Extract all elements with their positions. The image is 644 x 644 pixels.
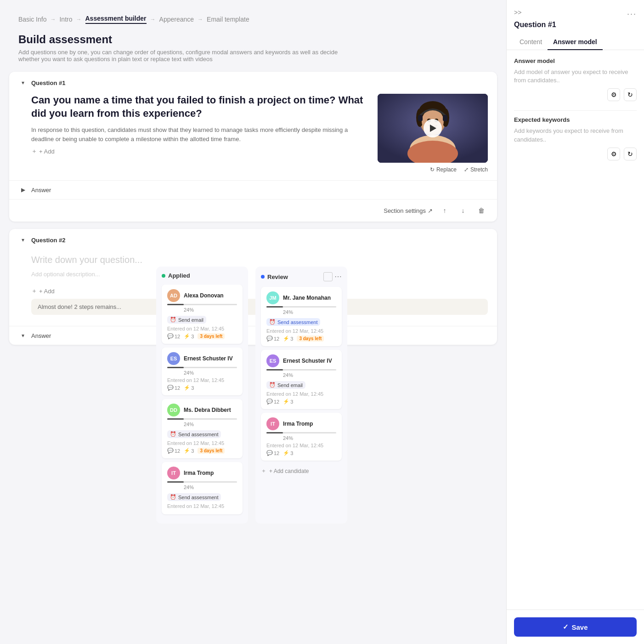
points-alexa: ⚡ 3 (184, 333, 194, 339)
comments-debra: 💬 12 (167, 448, 180, 454)
kanban-card-ernest-review-header: ES Ernest Schuster IV (266, 354, 336, 367)
kanban-card-ernest-review[interactable]: ES Ernest Schuster IV 24% ⏰ Send email E… (261, 350, 342, 409)
date-alexa: Entered on 12 Mar, 12:45 (167, 326, 237, 331)
question-1-title: Can you name a time that you failed to f… (31, 94, 368, 120)
answer-q1-row[interactable]: ▶ Answer (9, 180, 497, 199)
kanban-card-jane[interactable]: JM Mr. Jane Monahan 24% ⏰ Send assessmen… (261, 287, 342, 346)
comments-ernest: 💬 12 (167, 385, 180, 391)
answer-q1-collapse: ▶ (18, 185, 28, 194)
action-debra[interactable]: ⏰ Send assessment (167, 430, 221, 438)
video-actions: ↻ Replace ⤢ Stretch (378, 166, 488, 173)
play-icon (430, 125, 436, 132)
name-ernest-applied: Ernest Schuster IV (184, 355, 233, 362)
delete-section-btn[interactable]: 🗑 (475, 204, 488, 217)
kanban-card-ernest-applied[interactable]: ES Ernest Schuster IV 24% Entered on 12 … (162, 348, 243, 395)
add-candidate-btn[interactable]: ＋ + Add candidate (261, 464, 342, 478)
name-alexa: Alexa Donovan (184, 292, 224, 299)
breadcrumb-basic-info[interactable]: Basic Info (18, 16, 46, 23)
panel-expand-btn[interactable]: >> (514, 9, 521, 16)
action-ernest-review[interactable]: ⏰ Send email (266, 381, 305, 389)
action-irma-applied[interactable]: ⏰ Send assessment (167, 493, 221, 501)
action-jane[interactable]: ⏰ Send assessment (266, 318, 320, 326)
breadcrumb-assessment-builder[interactable]: Assessment builder (85, 15, 147, 24)
progress-irma-review (266, 432, 336, 433)
play-button[interactable] (424, 119, 442, 137)
review-checkbox[interactable] (323, 272, 333, 281)
kanban-card-ernest-header: ES Ernest Schuster IV (167, 352, 237, 365)
move-up-btn[interactable]: ↑ (438, 204, 451, 217)
points-ernest-review: ⚡ 3 (283, 399, 293, 405)
date-debra: Entered on 12 Mar, 12:45 (167, 440, 237, 446)
progress-fill-debra (167, 418, 184, 420)
points-irma-review: ⚡ 3 (283, 450, 293, 456)
breadcrumb-appereance[interactable]: Appereance (159, 16, 194, 23)
name-debra: Ms. Debra Dibbert (184, 407, 231, 413)
comments-alexa: 💬 12 (167, 333, 180, 339)
panel-content: Answer model Add model of answer you exp… (507, 50, 644, 610)
tab-content[interactable]: Content (514, 34, 548, 50)
breadcrumb-arrow-2: → (76, 16, 82, 23)
answer-model-placeholder: Add model of answer you expect to receiv… (514, 68, 637, 85)
kanban-review-header: Review ⋯ (261, 272, 342, 281)
kanban-card-irma-review-header: IT Irma Tromp (266, 417, 336, 430)
review-col-actions: ⋯ (323, 272, 342, 281)
replace-video-btn[interactable]: ↻ Replace (430, 166, 457, 173)
review-dot (261, 275, 265, 279)
answer-model-refresh-btn[interactable]: ↻ (624, 88, 637, 101)
keywords-gear-btn[interactable]: ⚙ (607, 148, 620, 160)
question-2-header[interactable]: ▾ Question #2 (9, 229, 497, 251)
avatar-ernest-review: ES (266, 354, 279, 367)
comments-ernest-review: 💬 12 (266, 399, 279, 405)
percent-ernest-review: 24% (266, 372, 336, 378)
question-2-tag: Question #2 (31, 237, 65, 244)
days-debra: 3 days left (198, 448, 225, 454)
expected-keywords-placeholder: Add keywords you expect to receive from … (514, 127, 637, 143)
date-irma-review: Entered on 12 Mar, 12:45 (266, 443, 336, 448)
answer-model-gear-btn[interactable]: ⚙ (607, 88, 620, 101)
progress-fill-ernest-review (266, 369, 283, 370)
progress-fill-jane (266, 306, 283, 308)
kanban-card-irma-applied[interactable]: IT Irma Tromp 24% ⏰ Send assessment Ente… (162, 462, 243, 514)
tab-answer-model[interactable]: Answer model (548, 34, 603, 50)
move-down-btn[interactable]: ↓ (457, 204, 469, 217)
save-bar: ✓ Save (507, 610, 644, 644)
stats-ernest: 💬 12 ⚡ 3 (167, 385, 237, 391)
kanban-card-irma-review[interactable]: IT Irma Tromp 24% Entered on 12 Mar, 12:… (261, 413, 342, 461)
question-1-text: Can you name a time that you failed to f… (31, 94, 368, 173)
breadcrumb-arrow-4: → (198, 16, 203, 23)
keywords-refresh-btn[interactable]: ↻ (624, 148, 637, 160)
kanban-card-debra[interactable]: DD Ms. Debra Dibbert 24% ⏰ Send assessme… (162, 399, 243, 458)
avatar-jane: JM (266, 291, 279, 304)
percent-ernest: 24% (167, 370, 237, 376)
question-1-header[interactable]: ▾ Question #1 (9, 72, 497, 94)
stats-alexa: 💬 12 ⚡ 3 3 days left (167, 333, 237, 339)
kanban-card-alexa-header: AD Alexa Donovan (167, 289, 237, 302)
percent-irma-review: 24% (266, 435, 336, 441)
points-ernest: ⚡ 3 (184, 385, 194, 391)
section-settings-link[interactable]: Section settings ↗ (384, 207, 433, 214)
review-more-btn[interactable]: ⋯ (334, 272, 342, 281)
expected-keywords-label: Expected keywords (514, 116, 637, 123)
action-alexa[interactable]: ⏰ Send email (167, 316, 206, 324)
breadcrumb-intro[interactable]: Intro (59, 16, 72, 23)
breadcrumb-arrow-1: → (50, 16, 56, 23)
progress-fill-alexa (167, 304, 184, 305)
kanban-card-jane-header: JM Mr. Jane Monahan (266, 291, 336, 304)
percent-jane: 24% (266, 309, 336, 315)
progress-ernest (167, 367, 237, 368)
date-ernest: Entered on 12 Mar, 12:45 (167, 377, 237, 383)
answer-q2-collapse: ▾ (18, 331, 28, 340)
comments-irma-review: 💬 12 (266, 450, 279, 456)
panel-tabs: Content Answer model (507, 34, 644, 50)
question-1-add-btn[interactable]: ＋ + Add (31, 143, 368, 155)
kanban-card-alexa[interactable]: AD Alexa Donovan 24% ⏰ Send email Entere… (162, 285, 243, 344)
stretch-video-btn[interactable]: ⤢ Stretch (464, 166, 488, 173)
breadcrumb-arrow-3: → (150, 16, 156, 23)
percent-debra: 24% (167, 422, 237, 427)
panel-more-btn[interactable]: ... (627, 7, 637, 17)
collapse-q2-btn[interactable]: ▾ (18, 235, 28, 245)
collapse-q1-btn[interactable]: ▾ (18, 78, 28, 87)
breadcrumb-email-template[interactable]: Email template (207, 16, 249, 23)
save-button[interactable]: ✓ Save (514, 617, 637, 637)
name-irma-review: Irma Tromp (283, 421, 313, 427)
